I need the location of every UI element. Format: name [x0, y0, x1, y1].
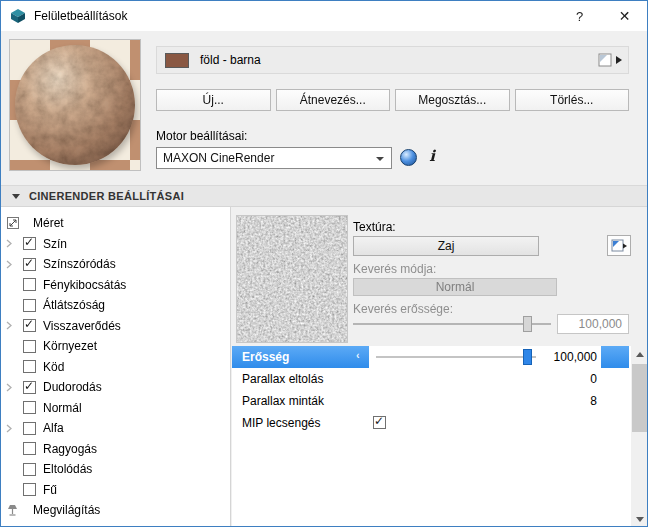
selection-endcap	[601, 346, 629, 368]
tree-item-label: Köd	[43, 360, 64, 374]
share-button[interactable]: Megosztás...	[395, 89, 510, 111]
property-row-mip-lecsenges[interactable]: MIP lecsengés	[232, 412, 631, 434]
property-label: MIP lecsengés	[232, 412, 631, 434]
ragyogas-checkbox[interactable]	[23, 442, 36, 455]
rename-button[interactable]: Átnevezés...	[276, 89, 391, 111]
property-value[interactable]: 100,000	[554, 346, 597, 368]
tree-item-label: Megvilágítás	[33, 503, 100, 517]
tree-item-normal[interactable]: Normál	[1, 398, 230, 419]
blend-mode-label: Keverés módja:	[353, 262, 436, 276]
tree-item-fu[interactable]: Fű	[1, 480, 230, 501]
fu-checkbox[interactable]	[23, 483, 36, 496]
mip-checkbox[interactable]	[373, 416, 386, 429]
tree-item-dudorodas[interactable]: Dudorodás	[1, 377, 230, 398]
lamp-icon	[6, 503, 24, 517]
close-button[interactable]: ✕	[602, 1, 647, 31]
tree-item-label: Eltolódás	[43, 462, 92, 476]
section-title: CINERENDER BEÁLLÍTÁSAI	[29, 190, 184, 202]
property-value[interactable]: 8	[590, 390, 597, 412]
visszaverodes-checkbox[interactable]	[23, 319, 36, 332]
material-action-buttons: Új... Átnevezés... Megosztás... Törlés..…	[156, 89, 629, 111]
szin-checkbox[interactable]	[23, 237, 36, 250]
slider-thumb	[523, 316, 532, 332]
titlebar: Felületbeállítások ? ✕	[1, 1, 647, 31]
alfa-checkbox[interactable]	[23, 422, 36, 435]
tree-item-label: Környezet	[43, 339, 97, 353]
property-value[interactable]: 0	[590, 368, 597, 390]
kod-checkbox[interactable]	[23, 360, 36, 373]
engine-select[interactable]: MAXON CineRender	[156, 147, 392, 169]
normal-checkbox[interactable]	[23, 401, 36, 414]
app-icon	[10, 8, 26, 24]
blend-strength-label: Keverés erőssége:	[353, 302, 453, 316]
tree-item-ragyogas[interactable]: Ragyogás	[1, 439, 230, 460]
tree-item-label: Visszaverődés	[43, 319, 121, 333]
texture-picker-button[interactable]	[607, 235, 631, 256]
tree-item-label: Szín	[43, 237, 67, 251]
blend-strength-value: 100,000	[557, 314, 629, 334]
tree-item-label: Átlátszóság	[43, 298, 105, 312]
property-row-erosseg[interactable]: Erősség ‹ 100,000	[232, 346, 631, 368]
engine-value: MAXON CineRender	[163, 151, 274, 165]
tree-item-label: Fű	[43, 483, 57, 497]
expand-chevron-icon[interactable]	[6, 424, 23, 433]
expand-chevron-icon[interactable]	[6, 239, 23, 248]
tree-item-atlatszosag[interactable]: Átlátszóság	[1, 295, 230, 316]
delete-button[interactable]: Törlés...	[515, 89, 630, 111]
channel-tree: Méret Szín Színszóródás Fénykibocsátás Á…	[1, 207, 231, 527]
dudorodas-checkbox[interactable]	[23, 381, 36, 394]
vertical-scrollbar[interactable]	[631, 346, 648, 527]
texture-type-button[interactable]: Zaj	[353, 236, 539, 256]
property-label: Parallax minták	[232, 390, 631, 412]
material-preview-sphere	[15, 45, 135, 165]
texture-label: Textúra:	[353, 220, 396, 234]
property-row-parallax-mintak[interactable]: Parallax minták 8	[232, 390, 631, 412]
texture-preview[interactable]	[236, 215, 348, 343]
section-header-cinerender[interactable]: CINERENDER BEÁLLÍTÁSAI	[1, 185, 648, 207]
strength-slider-thumb[interactable]	[523, 349, 532, 365]
blend-strength-slider	[353, 315, 551, 333]
attribute-table: Erősség ‹ 100,000 Parallax eltolás 0 Par…	[232, 346, 631, 527]
cinerender-icon	[400, 149, 417, 166]
tree-item-megvilagitas[interactable]: Megvilágítás	[1, 500, 230, 521]
scroll-up-icon[interactable]	[631, 346, 648, 363]
tree-item-label: Színszóródás	[43, 257, 116, 271]
scroll-down-icon[interactable]	[631, 511, 648, 527]
scrollbar-thumb[interactable]	[632, 364, 647, 432]
blend-mode-select: Normál	[353, 278, 557, 296]
eltolodas-checkbox[interactable]	[23, 463, 36, 476]
tree-item-kod[interactable]: Köd	[1, 357, 230, 378]
atlatszosag-checkbox[interactable]	[23, 299, 36, 312]
fenykibocsatas-checkbox[interactable]	[23, 278, 36, 291]
tree-item-label: Normál	[43, 401, 82, 415]
property-label: Erősség	[232, 346, 369, 368]
szinszorodas-checkbox[interactable]	[23, 258, 36, 271]
tree-item-alfa[interactable]: Alfa	[1, 418, 230, 439]
tree-item-fenykibocsatas[interactable]: Fénykibocsátás	[1, 275, 230, 296]
tree-item-eltolodas[interactable]: Eltolódás	[1, 459, 230, 480]
tree-item-kornyezet[interactable]: Környezet	[1, 336, 230, 357]
expand-chevron-icon[interactable]	[6, 260, 23, 269]
material-selector[interactable]: föld - barna	[156, 46, 629, 74]
tree-item-meret[interactable]: Méret	[1, 213, 230, 234]
expand-chevron-icon[interactable]	[6, 321, 23, 330]
tree-item-label: Dudorodás	[43, 380, 102, 394]
material-name: föld - barna	[200, 53, 261, 67]
slider-collapse-icon[interactable]: ‹	[356, 349, 360, 361]
material-popup-icon[interactable]	[598, 52, 624, 68]
property-row-parallax-eltolas[interactable]: Parallax eltolás 0	[232, 368, 631, 390]
new-button[interactable]: Új...	[156, 89, 271, 111]
strength-slider-track[interactable]	[376, 356, 536, 358]
surface-settings-dialog: Felületbeállítások ? ✕	[0, 0, 648, 527]
tree-item-visszaverodes[interactable]: Visszaverődés	[1, 316, 230, 337]
help-button[interactable]: ?	[557, 1, 602, 31]
tree-item-label: Méret	[33, 216, 64, 230]
material-swatch	[165, 53, 189, 68]
kornyezet-checkbox[interactable]	[23, 340, 36, 353]
info-icon[interactable]: i	[425, 147, 439, 167]
tree-item-szinszorodas[interactable]: Színszóródás	[1, 254, 230, 275]
expand-chevron-icon[interactable]	[6, 383, 23, 392]
tree-item-szin[interactable]: Szín	[1, 234, 230, 255]
window-title: Felületbeállítások	[34, 9, 127, 23]
collapse-arrow-icon	[12, 194, 20, 199]
